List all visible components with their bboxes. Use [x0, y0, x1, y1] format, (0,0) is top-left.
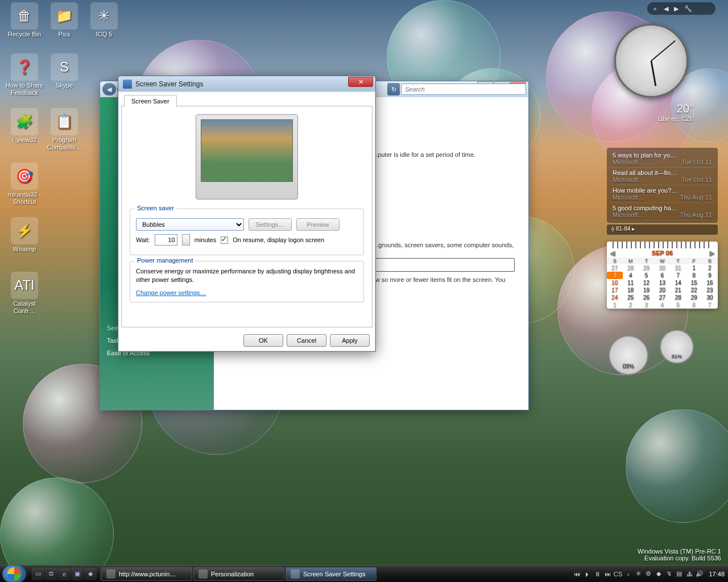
- calendar-day[interactable]: 5: [670, 301, 686, 309]
- screensaver-select[interactable]: Bubbles: [136, 218, 244, 231]
- calendar-day[interactable]: 7: [670, 272, 686, 279]
- desktop-icon[interactable]: ATICatalyst Contr…: [5, 272, 44, 315]
- resume-checkbox[interactable]: [221, 236, 228, 244]
- calendar-day[interactable]: 21: [670, 286, 686, 294]
- calendar-day[interactable]: 19: [639, 286, 655, 294]
- calendar-day[interactable]: 15: [686, 279, 702, 286]
- sidebar-control[interactable]: ＋ ◀ ▶ 🔧: [647, 2, 715, 15]
- calendar-day[interactable]: 5: [639, 272, 655, 279]
- weather-gadget[interactable]: 20° Libe ec, CZE: [609, 102, 694, 122]
- tab-screensaver[interactable]: Screen Saver: [124, 95, 177, 107]
- desktop-icon[interactable]: 📋Program Compatibi…: [44, 108, 84, 151]
- slideshow-gadget[interactable]: ⟠ 81-84 ▸: [607, 225, 718, 235]
- calendar-day[interactable]: 9: [702, 272, 718, 279]
- refresh-button[interactable]: ↻: [387, 83, 400, 95]
- cpu-meter-gadget[interactable]: 09% 81%: [609, 330, 694, 375]
- calendar-gadget[interactable]: ◀ SEP 06 ▶ SMTWTFS2728293031123456789101…: [607, 242, 718, 309]
- calendar-day[interactable]: 12: [639, 279, 655, 286]
- prev-month-icon[interactable]: ◀: [610, 250, 615, 257]
- desktop-icon[interactable]: 🧩i_view32: [5, 108, 44, 144]
- apply-button[interactable]: Apply: [330, 334, 370, 347]
- calendar-day[interactable]: 6: [686, 301, 702, 309]
- calendar-day[interactable]: 25: [623, 294, 639, 301]
- taskbar-task[interactable]: http://www.pctunin…: [101, 567, 192, 581]
- calendar-day[interactable]: 6: [655, 272, 671, 279]
- tray-icon[interactable]: ⚙: [644, 569, 653, 579]
- desktop-icon[interactable]: ⚡Winamp: [5, 217, 44, 253]
- desktop-icon[interactable]: ✳ICQ 5: [84, 2, 124, 38]
- search-input[interactable]: [401, 84, 526, 95]
- calendar-day[interactable]: 13: [655, 279, 671, 286]
- ie-icon[interactable]: e: [58, 568, 71, 580]
- clock-gadget[interactable]: [614, 24, 688, 98]
- language-indicator[interactable]: CS: [613, 569, 622, 579]
- wait-spinner[interactable]: [182, 234, 190, 246]
- desktop-icon[interactable]: 🗑Recycle Bin: [5, 2, 44, 38]
- tray-icon[interactable]: ↯: [664, 569, 673, 579]
- close-button[interactable]: ✕: [348, 77, 373, 87]
- settings-button[interactable]: Settings…: [249, 218, 292, 231]
- calendar-day[interactable]: 17: [607, 286, 623, 294]
- start-button[interactable]: [2, 566, 26, 583]
- calendar-day[interactable]: 1: [686, 264, 702, 272]
- calendar-day[interactable]: 7: [702, 301, 718, 309]
- calendar-day[interactable]: 8: [686, 272, 702, 279]
- switch-windows-icon[interactable]: ⧉: [45, 568, 57, 580]
- settings-icon[interactable]: 🔧: [684, 5, 692, 13]
- cancel-button[interactable]: Cancel: [287, 334, 326, 347]
- feed-item[interactable]: 5 ways to plan for yo…Microsoft…Tue Oct …: [609, 150, 715, 168]
- media-pause-icon[interactable]: ⏸: [593, 569, 602, 579]
- calendar-day[interactable]: 2: [702, 264, 718, 272]
- calendar-day[interactable]: 27: [655, 294, 671, 301]
- ok-button[interactable]: OK: [243, 334, 283, 347]
- media-next-icon[interactable]: ⏭: [603, 569, 612, 579]
- calendar-day[interactable]: 26: [639, 294, 655, 301]
- calendar-day[interactable]: 31: [670, 264, 686, 272]
- calendar-day[interactable]: 29: [639, 264, 655, 272]
- media-prev-icon[interactable]: ⏮: [572, 569, 581, 579]
- desktop-icon[interactable]: 🎯miranda32 - Shortcut: [5, 163, 44, 206]
- desktop-icon[interactable]: ❓How to Share Feedback: [5, 53, 44, 97]
- power-settings-link[interactable]: Change power settings…: [136, 289, 358, 296]
- app-icon[interactable]: ◆: [84, 568, 97, 580]
- desktop-icon[interactable]: SSkype: [44, 53, 84, 89]
- calendar-day[interactable]: 16: [702, 279, 718, 286]
- tray-icon[interactable]: ▤: [675, 569, 684, 579]
- next-icon[interactable]: ▶: [674, 5, 679, 13]
- calendar-day[interactable]: 27: [607, 264, 623, 272]
- calendar-day[interactable]: 28: [670, 294, 686, 301]
- calendar-day[interactable]: 20: [655, 286, 671, 294]
- calendar-day[interactable]: 30: [655, 264, 671, 272]
- calendar-day[interactable]: 18: [623, 286, 639, 294]
- calendar-day[interactable]: 22: [686, 286, 702, 294]
- feed-item[interactable]: 5 good computing ha…Microsoft…Thu Aug 11: [609, 203, 715, 221]
- taskbar-clock[interactable]: 17:48: [709, 571, 725, 577]
- calendar-day[interactable]: 10: [607, 279, 623, 286]
- media-icon[interactable]: ▣: [71, 568, 84, 580]
- calendar-day[interactable]: 28: [623, 264, 639, 272]
- feed-gadget[interactable]: 5 ways to plan for yo…Microsoft…Tue Oct …: [607, 148, 718, 223]
- calendar-day[interactable]: 3: [607, 272, 623, 279]
- tray-icon[interactable]: ◆: [654, 569, 663, 579]
- calendar-day[interactable]: 24: [607, 294, 623, 301]
- calendar-day[interactable]: 14: [670, 279, 686, 286]
- tray-icon[interactable]: ✳: [634, 569, 643, 579]
- feed-item[interactable]: How mobile are you?…Microsoft…Thu Aug 11: [609, 185, 715, 203]
- preview-button[interactable]: Preview: [296, 218, 340, 231]
- media-play-icon[interactable]: ⏵: [582, 569, 592, 579]
- taskbar-task[interactable]: Screen Saver Settings: [286, 567, 377, 581]
- dialog-titlebar[interactable]: Screen Saver Settings ✕: [118, 76, 375, 92]
- calendar-day[interactable]: 1: [607, 301, 623, 309]
- calendar-day[interactable]: 30: [702, 294, 718, 301]
- show-desktop-icon[interactable]: ▭: [32, 568, 44, 580]
- add-gadget-icon[interactable]: ＋: [652, 5, 658, 13]
- calendar-day[interactable]: 2: [623, 301, 639, 309]
- feed-item[interactable]: Read all about it—fin…Microsoft…Tue Oct …: [609, 168, 715, 185]
- network-icon[interactable]: 🖧: [685, 569, 694, 579]
- calendar-day[interactable]: 4: [623, 272, 639, 279]
- tray-chevron-icon[interactable]: ‹: [623, 569, 632, 579]
- calendar-day[interactable]: 11: [623, 279, 639, 286]
- desktop-icon[interactable]: 📁Pics: [44, 2, 84, 38]
- calendar-day[interactable]: 3: [639, 301, 655, 309]
- volume-icon[interactable]: 🔊: [695, 569, 704, 579]
